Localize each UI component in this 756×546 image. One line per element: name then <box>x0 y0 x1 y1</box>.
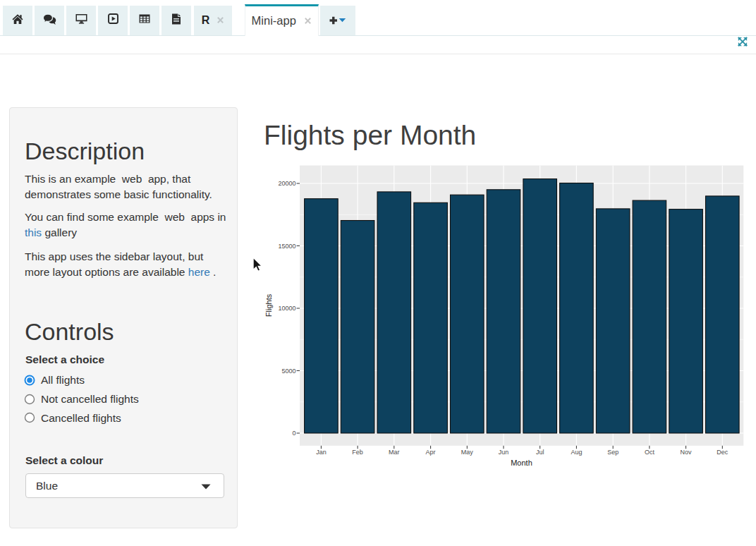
svg-text:May: May <box>461 449 474 456</box>
svg-text:Dec: Dec <box>717 449 728 456</box>
svg-text:20000: 20000 <box>278 180 295 187</box>
svg-text:Flights: Flights <box>264 293 273 317</box>
svg-text:Month: Month <box>511 459 532 467</box>
svg-text:Nov: Nov <box>681 449 693 456</box>
svg-text:5000: 5000 <box>281 368 295 375</box>
svg-text:Feb: Feb <box>352 449 363 456</box>
svg-text:Mar: Mar <box>389 449 400 456</box>
svg-text:0: 0 <box>292 430 295 437</box>
svg-text:Apr: Apr <box>426 449 436 456</box>
svg-text:Jul: Jul <box>536 449 544 456</box>
svg-text:Oct: Oct <box>645 449 655 456</box>
svg-text:Jun: Jun <box>499 449 509 456</box>
svg-text:15000: 15000 <box>278 243 295 250</box>
svg-text:Jan: Jan <box>316 449 327 456</box>
svg-text:10000: 10000 <box>278 305 295 312</box>
svg-text:Aug: Aug <box>571 449 582 456</box>
svg-text:Sep: Sep <box>607 449 618 456</box>
